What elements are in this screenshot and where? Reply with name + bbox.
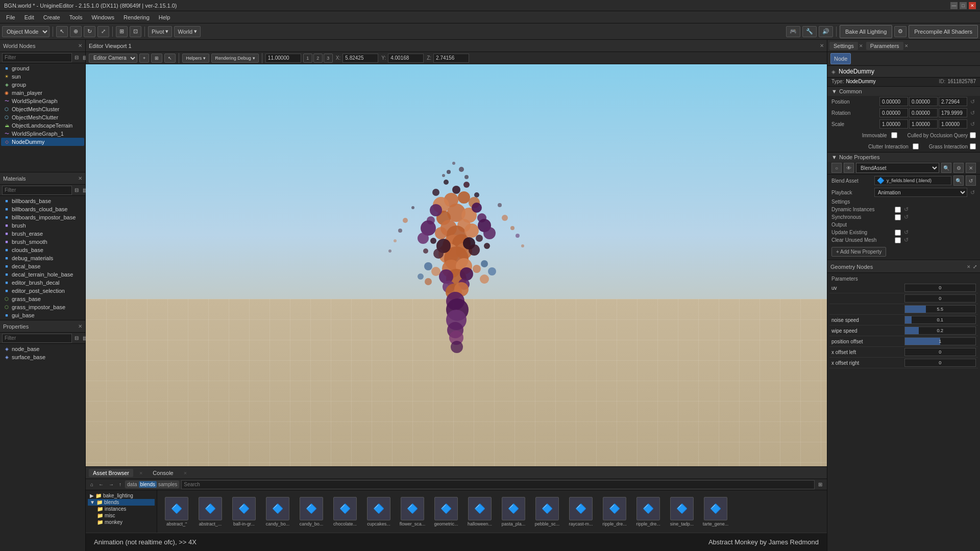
mat-clouds[interactable]: ■ clouds_base: [1, 246, 84, 254]
at-blends[interactable]: ▼ 📁 blends: [88, 499, 155, 506]
blend-reset-btn[interactable]: ↺: [966, 176, 976, 186]
af-halloween[interactable]: 🔷 halloween...: [464, 495, 495, 528]
blend-search-btn[interactable]: 🔍: [953, 176, 964, 186]
materials-filter[interactable]: [2, 186, 72, 195]
parameters-tab-close[interactable]: ✕: [904, 43, 909, 48]
mat-grass[interactable]: ⬡ grass_base: [1, 295, 84, 303]
console-tab[interactable]: Console: [149, 469, 177, 477]
sc-y-field[interactable]: 1.00000: [909, 119, 938, 129]
cu-reset-btn[interactable]: ↺: [903, 237, 910, 243]
mat-billboards[interactable]: ■ billboards_base: [1, 197, 84, 205]
move-tool[interactable]: ⊕: [70, 26, 82, 37]
menu-rendering[interactable]: Rendering: [119, 13, 154, 21]
update-existing-cb[interactable]: [895, 230, 901, 236]
wn-item-worldsplinegraph[interactable]: 〜 WorldSplineGraph: [1, 97, 84, 105]
icon-btn-1[interactable]: 🎮: [786, 26, 800, 37]
world-nodes-close[interactable]: ✕: [78, 43, 82, 48]
np-toggle-btn[interactable]: ○: [831, 163, 842, 173]
af-cupcakes[interactable]: 🔷 cupcakes...: [363, 495, 394, 528]
settings-tab[interactable]: Settings: [829, 42, 858, 50]
ab-filter-btn[interactable]: ⊞: [817, 481, 824, 488]
at-bake-lighting[interactable]: ▶ 📁 bake_lighting: [88, 492, 155, 499]
node-tab-btn[interactable]: Node: [830, 53, 851, 64]
af-raycast[interactable]: 🔷 raycast-m...: [566, 495, 596, 528]
common-section-header[interactable]: ▼ Common: [827, 87, 980, 96]
geo-expand-btn[interactable]: ⤢: [973, 264, 977, 269]
ab-back-btn[interactable]: ←: [97, 481, 105, 488]
view-num-2[interactable]: 2: [313, 54, 323, 63]
ue-reset-btn[interactable]: ↺: [903, 229, 910, 236]
x-coord-field[interactable]: 5.82425: [342, 54, 378, 63]
menu-file[interactable]: File: [2, 13, 19, 21]
viewport-close[interactable]: ✕: [820, 43, 824, 48]
mat-billboards-cloud[interactable]: ■ billboards_cloud_base: [1, 205, 84, 213]
af-pebble[interactable]: 🔷 pebble_sc...: [532, 495, 562, 528]
sc-x-field[interactable]: 1.00000: [879, 119, 908, 129]
playback-select[interactable]: Animation: [874, 188, 967, 197]
af-choc[interactable]: 🔷 chocolate...: [330, 495, 360, 528]
scale-tool[interactable]: ⤢: [97, 26, 109, 37]
menu-create[interactable]: Create: [39, 13, 64, 21]
wn-item-wsg1[interactable]: 〜 WorldSplineGraph_1: [1, 130, 84, 138]
mat-brush-smooth[interactable]: ■ brush_smooth: [1, 238, 84, 246]
geo-xor-bar[interactable]: 0: [904, 359, 976, 367]
helpers-btn[interactable]: Helpers ▾: [182, 54, 209, 63]
clutter-checkbox[interactable]: [913, 143, 919, 149]
geo-wipe-bar[interactable]: 0.2: [904, 327, 976, 335]
maximize-button[interactable]: □: [960, 2, 967, 9]
minimize-button[interactable]: —: [950, 2, 958, 9]
sync-reset-btn[interactable]: ↺: [903, 214, 910, 220]
rendering-debug-btn[interactable]: Rendering Debug ▾: [211, 54, 259, 63]
clear-unused-cb[interactable]: [895, 237, 901, 243]
view-num-3[interactable]: 3: [324, 54, 333, 63]
af-ripple2[interactable]: 🔷 ripple_dre...: [633, 495, 664, 528]
geo-uv-bar1[interactable]: 0: [904, 284, 976, 292]
vp-tool-btn[interactable]: ⊞: [151, 54, 162, 63]
af-candy1[interactable]: 🔷 candy_bo...: [262, 495, 293, 528]
at-monkey[interactable]: 📁 monkey: [88, 519, 155, 525]
icon-btn-3[interactable]: 🔊: [819, 26, 833, 37]
mat-filter-btn[interactable]: ⊟: [73, 187, 80, 193]
mat-decal-terrain[interactable]: ■ decal_terrain_hole_base: [1, 270, 84, 279]
wn-item-group[interactable]: ◈ group: [1, 81, 84, 89]
rot-y-field[interactable]: 0.00000: [909, 108, 938, 117]
world-nodes-filter[interactable]: [2, 53, 72, 62]
mat-decal[interactable]: ■ decal_base: [1, 262, 84, 270]
vp-add-btn[interactable]: +: [139, 54, 149, 63]
bake-settings-btn[interactable]: ⚙: [894, 26, 906, 37]
mat-gui[interactable]: ■ gui_base: [1, 311, 84, 319]
vp-cursor-btn[interactable]: ↖: [164, 54, 176, 63]
geo-uv-bar3[interactable]: 5.5: [904, 305, 976, 313]
mat-brush[interactable]: ■ brush: [1, 221, 84, 230]
cull-checkbox[interactable]: [970, 132, 976, 138]
geo-noise-bar[interactable]: 0.1: [904, 316, 976, 324]
at-misc[interactable]: 📁 misc: [88, 512, 155, 519]
pivot-btn[interactable]: Pivot ▾: [148, 26, 172, 37]
playback-reset-btn[interactable]: ↺: [969, 189, 976, 196]
icon-btn-2[interactable]: 🔧: [802, 26, 817, 37]
grass-checkbox[interactable]: [970, 143, 976, 149]
mat-grass-impostor[interactable]: ⬡ grass_impostor_base: [1, 303, 84, 311]
at-instances[interactable]: 📁 instances: [88, 506, 155, 512]
transform-tool[interactable]: ⊞: [116, 26, 128, 37]
mat-editor-brush[interactable]: ■ editor_brush_decal: [1, 279, 84, 287]
rot-x-field[interactable]: 0.00000: [879, 108, 908, 117]
np-close-btn[interactable]: ✕: [966, 163, 976, 173]
materials-close[interactable]: ✕: [78, 176, 82, 181]
prop-filter-btn[interactable]: ⊟: [73, 335, 80, 341]
wn-filter-btn[interactable]: ⊟: [73, 54, 80, 61]
np-search-btn[interactable]: 🔍: [941, 163, 951, 173]
ab-search[interactable]: [181, 480, 815, 489]
cursor-tool[interactable]: ↖: [56, 26, 68, 37]
geo-uv-bar2[interactable]: 0: [904, 294, 976, 303]
pos-y-field[interactable]: 0.00000: [909, 97, 938, 106]
rot-reset-btn[interactable]: ↺: [969, 110, 976, 116]
pos-z-field[interactable]: 2.72964: [939, 97, 967, 106]
af-pasta[interactable]: 🔷 pasta_pla...: [498, 495, 529, 528]
menu-tools[interactable]: Tools: [65, 13, 87, 21]
wn-item-terrain[interactable]: ⛰ ObjectLandscapeTerrain: [1, 121, 84, 130]
af-abstract1[interactable]: 🔷 abstract_": [161, 495, 192, 528]
add-new-property-button[interactable]: + Add New Property: [831, 247, 886, 257]
np-settings-btn[interactable]: ⚙: [953, 163, 964, 173]
ab-forward-btn[interactable]: →: [107, 481, 115, 488]
